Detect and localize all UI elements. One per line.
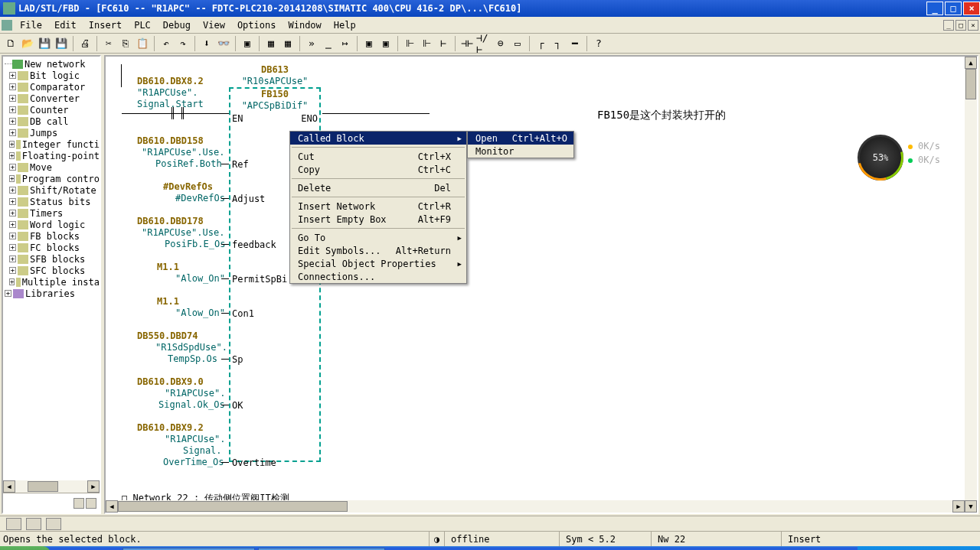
menu-window[interactable]: Window <box>282 18 327 32</box>
download-icon[interactable]: ⬇ <box>199 36 214 51</box>
paste-icon[interactable]: 📋 <box>135 36 150 51</box>
tree-item[interactable]: Status bits <box>30 197 90 207</box>
start-button[interactable]: 开始 <box>0 546 51 550</box>
expand-icon[interactable]: + <box>9 233 16 239</box>
menu-edit-symbols[interactable]: Edit Symbols...Alt+Return <box>290 244 466 257</box>
scroll-right-icon[interactable]: ▶ <box>87 480 100 493</box>
tb5-icon[interactable]: ↦ <box>338 36 353 51</box>
menu-options[interactable]: Options <box>231 18 283 32</box>
expand-icon[interactable]: + <box>9 255 16 262</box>
new-icon[interactable]: 🗋 <box>3 36 18 51</box>
mdi-min[interactable]: _ <box>943 20 954 31</box>
menu-help[interactable]: Help <box>328 18 362 32</box>
tree-item[interactable]: Word logic <box>30 220 85 230</box>
view-tab-icon[interactable] <box>46 518 61 530</box>
menu-view[interactable]: View <box>197 18 231 32</box>
monitor-icon[interactable]: 👓 <box>216 36 231 51</box>
tree-item[interactable]: Jumps <box>30 128 57 138</box>
menu-cut[interactable]: CutCtrl+X <box>290 150 466 163</box>
catalog-btn-icon[interactable] <box>86 498 96 509</box>
help-icon[interactable]: ? <box>591 36 606 51</box>
tree-item[interactable]: Counter <box>30 105 69 116</box>
coil-icon[interactable]: ⊖ <box>493 36 508 51</box>
menu-edit[interactable]: Edit <box>48 18 83 32</box>
view-tab-icon[interactable] <box>26 518 41 530</box>
branch-close-icon[interactable]: ┐ <box>550 36 566 51</box>
tree-item[interactable]: Comparator <box>30 82 85 93</box>
expand-icon[interactable]: + <box>9 95 16 102</box>
menu-called-block[interactable]: Called Block▶ <box>290 132 466 145</box>
saveall-icon[interactable]: 💾 <box>54 36 69 51</box>
box-icon[interactable]: ▭ <box>510 36 525 51</box>
menu-connections[interactable]: Connections... <box>290 270 466 283</box>
menu-special-props[interactable]: Special Object Properties▶ <box>290 257 466 270</box>
expand-icon[interactable]: + <box>9 106 16 113</box>
expand-icon[interactable]: + <box>9 118 16 125</box>
expand-icon[interactable]: + <box>9 187 16 194</box>
expand-icon[interactable]: + <box>9 141 15 148</box>
tree-item[interactable]: Shift/Rotate <box>30 185 96 196</box>
tb7-icon[interactable]: ▣ <box>378 36 394 51</box>
scroll-up-icon[interactable]: ▲ <box>965 57 977 69</box>
branch-open-icon[interactable]: ┌ <box>534 36 549 51</box>
menu-plc[interactable]: PLC <box>128 18 157 32</box>
tree-item[interactable]: Move <box>30 162 52 173</box>
tree-item[interactable]: DB call <box>30 116 69 127</box>
expand-icon[interactable]: + <box>9 129 16 136</box>
tree-hscroll[interactable]: ◀ ▶ <box>3 480 100 493</box>
menu-insert[interactable]: Insert <box>83 18 128 32</box>
menu-copy[interactable]: CopyCtrl+C <box>290 163 466 176</box>
contact-nc-icon[interactable]: ⊣/⊢ <box>476 36 492 51</box>
expand-icon[interactable]: + <box>9 83 16 90</box>
menu-insert-network[interactable]: Insert NetworkCtrl+R <box>290 200 466 213</box>
open-icon[interactable]: 📂 <box>20 36 35 51</box>
menu-monitor[interactable]: Monitor <box>468 145 573 158</box>
catalog-tree[interactable]: New network +Bit logic +Comparator +Conv… <box>3 57 100 480</box>
tree-item[interactable]: Floating-point <box>22 151 100 161</box>
tb3-icon[interactable]: » <box>304 36 319 51</box>
menu-debug[interactable]: Debug <box>157 18 197 32</box>
menu-delete[interactable]: DeleteDel <box>290 181 466 194</box>
tb9-icon[interactable]: ⊩ <box>419 36 434 51</box>
expand-icon[interactable]: + <box>9 72 16 79</box>
catalog-btn-icon[interactable] <box>74 498 84 509</box>
tree-item[interactable]: Timers <box>30 208 63 219</box>
menu-goto[interactable]: Go To▶ <box>290 231 466 244</box>
tb8-icon[interactable]: ⊩ <box>402 36 417 51</box>
tree-item[interactable]: Integer functi <box>22 139 100 150</box>
menu-insert-empty-box[interactable]: Insert Empty BoxAlt+F9 <box>290 213 466 226</box>
expand-icon[interactable]: + <box>5 290 11 297</box>
tb4-icon[interactable]: ⎯ <box>321 36 336 51</box>
expand-icon[interactable]: + <box>9 221 16 228</box>
scroll-left-icon[interactable]: ◀ <box>106 500 118 513</box>
scroll-thumb[interactable] <box>118 501 348 512</box>
expand-icon[interactable]: + <box>9 210 16 216</box>
tb2-icon[interactable]: ▦ <box>280 36 296 51</box>
mdi-close[interactable]: × <box>968 20 978 31</box>
minimize-button[interactable]: _ <box>926 2 943 15</box>
expand-icon[interactable]: + <box>9 278 15 285</box>
tree-item[interactable]: Converter <box>30 93 80 104</box>
tb1-icon[interactable]: ▦ <box>263 36 279 51</box>
tree-item[interactable]: Program contro <box>22 174 100 184</box>
canvas-hscroll[interactable]: ◀ ▶ <box>106 500 965 513</box>
tree-item[interactable]: New network <box>24 59 85 70</box>
tree-item[interactable]: SFC blocks <box>30 265 85 276</box>
expand-icon[interactable]: + <box>9 164 16 171</box>
tb6-icon[interactable]: ▣ <box>361 36 377 51</box>
view-tab-icon[interactable] <box>6 518 21 530</box>
expand-icon[interactable]: + <box>9 267 16 274</box>
print-icon[interactable]: 🖨 <box>77 36 93 51</box>
mdi-max[interactable]: □ <box>956 20 966 31</box>
tree-item[interactable]: Multiple insta <box>22 277 100 288</box>
copy-icon[interactable]: ⎘ <box>118 36 133 51</box>
menu-file[interactable]: File <box>14 18 48 32</box>
expand-icon[interactable]: + <box>9 198 16 205</box>
catalog-icon[interactable]: ▣ <box>240 36 255 51</box>
tree-item[interactable]: FB blocks <box>30 231 80 242</box>
scroll-thumb[interactable] <box>28 481 58 492</box>
redo-icon[interactable]: ↷ <box>175 36 191 51</box>
close-button[interactable]: × <box>963 2 980 15</box>
tree-item[interactable]: FC blocks <box>30 242 80 253</box>
contact-no-icon[interactable]: ⊣⊢ <box>459 36 475 51</box>
